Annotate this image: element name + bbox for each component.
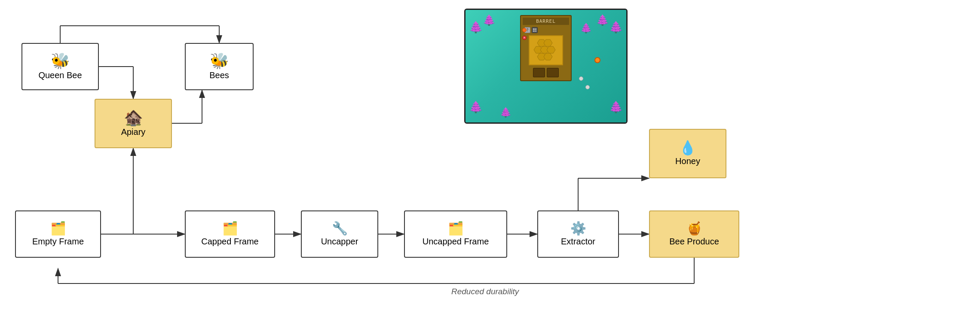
honey-node: 💧 Honey (649, 129, 726, 178)
honey-label: Honey (675, 156, 700, 166)
barrel-controls (523, 67, 569, 79)
uncapped-frame-node: 🗂️ Uncapped Frame (404, 210, 507, 258)
tree-bl: 🌲 (469, 101, 483, 114)
tree-t2: 🌲 (596, 14, 609, 26)
barrel-btn-1[interactable] (533, 68, 545, 77)
tree-rm: 🌲 (580, 23, 592, 34)
bees-icon: 🐝 (210, 53, 229, 69)
barrel-honeycomb (529, 35, 563, 65)
tree-tr: 🌲 (609, 21, 623, 34)
uncapper-node: 🔧 Uncapper (301, 210, 378, 258)
queen-bee-node: 🐝 Queen Bee (21, 43, 99, 90)
apiary-label: Apiary (121, 127, 146, 137)
extractor-node: ⚙️ Extractor (537, 210, 619, 258)
reduced-durability-label: Reduced durability (451, 287, 519, 296)
empty-frame-node: 🗂️ Empty Frame (15, 210, 101, 258)
uncapped-frame-icon: 🗂️ (448, 222, 464, 235)
white-dot-1 (579, 76, 583, 81)
svg-marker-22 (544, 40, 552, 46)
orange-dot (522, 28, 527, 32)
capped-frame-node: 🗂️ Capped Frame (185, 210, 275, 258)
game-inner: 🌲 🌲 🌲 🌲 🌲 🌲 🌲 🌲 BARREL ? (466, 10, 626, 122)
queen-bee-icon: 🐝 (51, 53, 70, 69)
extractor-icon: ⚙️ (570, 222, 586, 235)
game-screenshot: 🌲 🌲 🌲 🌲 🌲 🌲 🌲 🌲 BARREL ? (464, 9, 628, 124)
tree-br: 🌲 (609, 101, 623, 114)
uncapper-label: Uncapper (321, 237, 358, 247)
red-x-btn[interactable]: ✕ (522, 36, 527, 40)
bees-label: Bees (209, 70, 229, 80)
uncapped-frame-label: Uncapped Frame (423, 237, 489, 247)
empty-frame-icon: 🗂️ (50, 222, 66, 235)
tree-tl: 🌲 (469, 21, 483, 34)
capped-frame-label: Capped Frame (201, 237, 258, 247)
tree-bm: 🌲 (500, 107, 511, 118)
svg-marker-25 (547, 46, 555, 53)
apiary-icon: 🏚️ (124, 110, 143, 125)
capped-frame-icon: 🗂️ (222, 222, 238, 235)
empty-frame-label: Empty Frame (32, 237, 84, 247)
svg-marker-27 (544, 53, 552, 60)
barrel-title: BARREL (523, 18, 569, 25)
tree-t1: 🌲 (483, 14, 496, 26)
barrel-btn-2[interactable] (547, 68, 559, 77)
bee-produce-icon: 🍯 (686, 222, 702, 235)
barrel-ui: BARREL ? ✕ (520, 15, 572, 81)
uncapper-icon: 🔧 (332, 222, 348, 235)
queen-bee-label: Queen Bee (38, 70, 82, 80)
grid-btn[interactable] (532, 27, 538, 33)
apiary-node: 🏚️ Apiary (95, 99, 172, 148)
honey-icon: 💧 (679, 141, 696, 155)
orange-dot-right (594, 57, 600, 63)
diagram-container: 🐝 Queen Bee 🐝 Bees 🏚️ Apiary 🗂️ Empty Fr… (0, 0, 980, 320)
extractor-label: Extractor (561, 237, 595, 247)
bees-node: 🐝 Bees (185, 43, 254, 90)
white-dot-2 (585, 85, 590, 89)
bee-produce-node: 🍯 Bee Produce (649, 210, 739, 258)
bee-produce-label: Bee Produce (669, 237, 719, 247)
